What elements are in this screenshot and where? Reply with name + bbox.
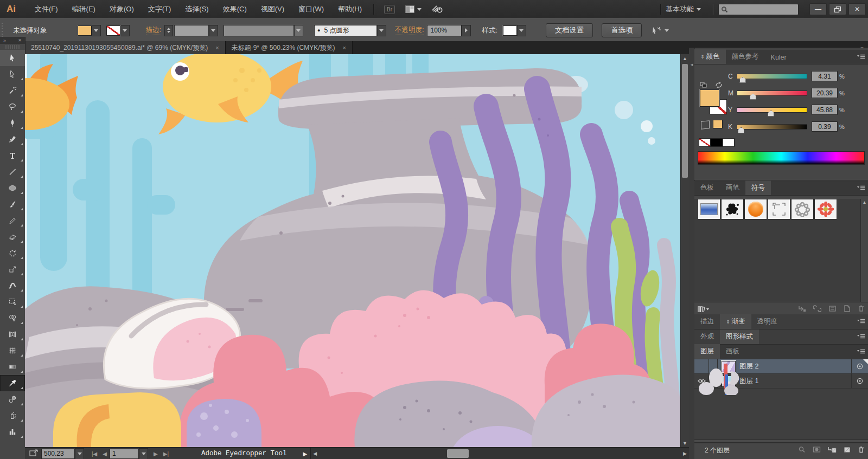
paintbrush-tool[interactable] [0,196,25,212]
magenta-slider[interactable] [737,90,807,96]
vertical-scroll-thumb[interactable] [682,64,688,178]
place-symbol-instance-icon[interactable] [798,305,806,314]
panel-menu-icon[interactable] [857,318,865,326]
black-value-field[interactable]: 0.39 [812,121,838,132]
menu-effect[interactable]: 效果(C) [216,0,254,18]
next-artboard-icon[interactable]: ▶ [154,451,158,457]
scroll-right-icon[interactable]: ▶ [681,450,689,458]
lasso-tool[interactable] [0,99,25,115]
pencil-tool[interactable] [0,212,25,229]
menu-object[interactable]: 对象(O) [103,0,141,18]
ellipse-tool[interactable] [0,180,25,196]
magenta-value-field[interactable]: 20.39 [812,88,838,98]
clipping-mask-icon[interactable] [813,446,821,455]
stroke-panel-link[interactable]: 描边: [146,25,161,35]
workspace-switcher[interactable]: 基本功能 [666,4,701,14]
zoom-dropdown[interactable] [75,448,84,459]
brush-definition-dropdown[interactable] [377,25,386,36]
tab-gradient[interactable]: ⇕渐变 [720,314,751,329]
column-graph-tool[interactable] [0,424,25,440]
symbol-libraries-icon[interactable] [698,305,710,314]
magic-wand-tool[interactable] [0,82,25,99]
layer-target-icon[interactable] [851,374,868,388]
tab-appearance[interactable]: 外观 [694,329,720,344]
last-artboard-icon[interactable]: ▶| [163,451,169,457]
menu-file[interactable]: 文件(F) [28,0,65,18]
color-spectrum-bar[interactable] [698,151,865,165]
panel-cycle-icon[interactable]: ⇕ [700,54,705,60]
canvas-area[interactable]: ▲ ▼ [25,54,689,447]
tab-layers[interactable]: 图层 [694,344,720,359]
scale-tool[interactable] [0,261,25,277]
document-tab-2[interactable]: 未标题-9* @ 500.23% (CMYK/预览) × [226,41,353,54]
black-slider[interactable] [737,124,807,130]
free-transform-tool[interactable] [0,294,25,310]
symbol-options-icon[interactable] [828,305,837,314]
search-input[interactable] [728,5,796,14]
type-tool[interactable] [0,147,25,164]
panel-menu-icon[interactable] [857,54,865,62]
white-swatch[interactable] [723,138,735,147]
calligraphic-pen-tool[interactable] [0,131,25,147]
scroll-down-icon[interactable]: ▼ [681,439,689,447]
menu-type[interactable]: 文字(T) [141,0,178,18]
fill-color-swatch[interactable] [78,25,92,36]
search-box[interactable] [718,4,799,15]
symbol-crop-marks[interactable] [768,199,790,219]
in-gamut-color-swatch[interactable] [713,120,723,128]
panel-menu-icon[interactable] [857,333,865,341]
perspective-grid-tool[interactable] [0,326,25,342]
tab-symbols[interactable]: 符号 [745,180,771,195]
fill-proxy-swatch[interactable] [700,89,719,107]
shape-builder-tool[interactable] [0,310,25,326]
blend-tool[interactable] [0,391,25,408]
mesh-tool[interactable] [0,342,25,359]
toolbar-expand-icon[interactable]: » [3,38,6,43]
eyedropper-tool[interactable] [0,375,25,391]
rotate-tool[interactable] [0,245,25,261]
tab-swatches[interactable]: 色板 [694,180,720,195]
document-setup-button[interactable]: 文档设置 [546,23,593,37]
bridge-icon[interactable]: Br [384,5,395,14]
artboard-dropdown[interactable] [139,448,148,459]
cyan-value-field[interactable]: 4.31 [812,71,838,81]
tab-transparency[interactable]: 透明度 [751,314,784,329]
tab-close-icon[interactable]: × [215,44,219,51]
direct-selection-tool[interactable] [0,66,25,82]
pen-tool[interactable] [0,115,25,131]
panel-cycle-icon[interactable]: ⇕ [726,319,730,325]
menu-edit[interactable]: 编辑(E) [65,0,103,18]
dock-collapse-arrow[interactable]: ◂ [689,62,694,67]
vertical-scrollbar[interactable]: ▲ ▼ [680,54,689,447]
brush-definition-field[interactable]: ● 5 点圆形 [314,25,377,36]
yellow-slider[interactable] [737,107,807,113]
horizontal-scroll-thumb[interactable] [447,449,469,458]
first-artboard-icon[interactable]: |◀ [92,451,97,457]
document-tab-1[interactable]: 25510740_20191130193055450089.ai* @ 69% … [25,41,226,54]
menu-window[interactable]: 窗口(W) [291,0,331,18]
symbol-ink-splat[interactable] [721,199,744,219]
width-tool[interactable] [0,277,25,294]
menu-help[interactable]: 帮助(H) [331,0,369,18]
opacity-panel-link[interactable]: 不透明度: [395,25,424,35]
artwork[interactable] [25,54,681,447]
toolbar-close-icon[interactable]: ✕ [18,38,22,43]
restore-button[interactable] [829,3,846,15]
scroll-up-icon[interactable]: ▲ [681,54,689,62]
tab-artboards[interactable]: 画板 [720,344,745,359]
delete-layer-icon[interactable] [858,446,865,455]
tab-color-guide[interactable]: 颜色参考 [726,49,765,64]
selection-tool[interactable] [0,50,25,66]
black-swatch[interactable] [711,138,723,147]
cyan-slider[interactable] [737,74,807,79]
artboard-nav-icon[interactable] [29,449,38,458]
menu-select[interactable]: 选择(S) [178,0,215,18]
horizontal-scrollbar[interactable]: ◀ ▶ [310,448,689,459]
style-dropdown[interactable] [517,25,526,36]
new-layer-icon[interactable] [844,446,851,455]
tab-color[interactable]: ⇕颜色 [694,49,726,64]
gradient-tool[interactable] [0,359,25,375]
symbol-orange-orb[interactable] [744,199,767,219]
break-symbol-link-icon[interactable] [813,305,821,314]
line-segment-tool[interactable] [0,164,25,180]
